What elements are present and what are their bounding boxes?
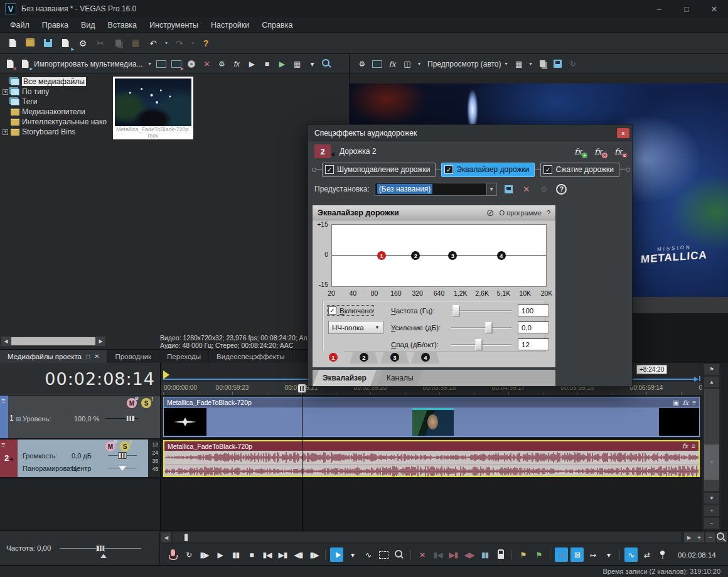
zoom-out-time-icon[interactable]: − — [705, 532, 715, 542]
redo-dropdown-icon[interactable]: ▾ — [189, 35, 196, 51]
marker-tool-icon[interactable]: ⚑ — [704, 364, 719, 375]
slip-tool-icon[interactable]: ⇄ — [640, 547, 653, 562]
band-type-combobox[interactable]: НЧ-полка ▼ — [328, 321, 383, 334]
playhead-marker[interactable] — [297, 384, 306, 393]
paste-icon[interactable] — [127, 35, 144, 51]
freq-input[interactable] — [518, 305, 549, 316]
track2-solo-button[interactable]: S — [120, 441, 130, 451]
fx-enabled-checkbox[interactable] — [325, 165, 334, 174]
plugin-automation-icon[interactable]: ⚙ — [538, 183, 550, 195]
tool-dropdown-icon[interactable]: ▾ — [346, 547, 359, 562]
fx-chain-plugin-button[interactable]: Сжатие дорожки — [540, 163, 619, 177]
tree-item[interactable]: + По типу — [0, 87, 112, 97]
render-as-icon[interactable] — [57, 35, 73, 51]
track2-pan-slider[interactable] — [108, 465, 137, 472]
zoom-in-vertical-icon[interactable]: + — [704, 505, 719, 516]
go-to-end-icon[interactable]: ▶▮ — [276, 547, 289, 562]
plugin-bypass-icon[interactable]: ⊘ — [486, 207, 495, 218]
copy-icon[interactable] — [110, 35, 126, 51]
track-grip-icon[interactable]: ≡ — [1, 441, 5, 448]
transport-button[interactable] — [511, 550, 512, 560]
gain-slider[interactable] — [451, 321, 511, 334]
freq-slider[interactable] — [451, 305, 511, 317]
video-output-fx-icon[interactable]: fx — [385, 57, 399, 71]
minimize-button[interactable]: – — [645, 0, 673, 18]
event-menu-icon[interactable]: ≡ — [692, 443, 695, 450]
eq-band-point[interactable]: 4 — [497, 251, 506, 260]
import-dropdown-icon[interactable]: ▾ — [146, 57, 153, 71]
scroll-up-icon[interactable]: ▲ — [704, 377, 719, 387]
split-screen-icon[interactable]: ◫ — [400, 57, 414, 71]
track-grip-icon[interactable]: ≡ — [1, 397, 5, 404]
go-to-start-icon[interactable]: ▮◀ — [260, 547, 274, 562]
insert-marker-icon[interactable]: ⚑ — [517, 547, 530, 562]
close-button[interactable]: ✕ — [700, 0, 728, 18]
views-icon[interactable]: ▦ — [290, 57, 304, 71]
transport-button[interactable] — [550, 550, 550, 560]
track1-level-slider[interactable] — [105, 415, 138, 423]
tree-item[interactable]: + Медианакопители — [0, 107, 112, 117]
trim-end-icon[interactable]: ▶▮ — [447, 547, 460, 562]
scrub-thumb[interactable] — [97, 545, 105, 552]
scrub-slider[interactable] — [60, 545, 141, 553]
new-project-icon[interactable] — [4, 35, 21, 51]
delete-icon[interactable]: ✕ — [415, 547, 429, 562]
eq-band-point[interactable]: 3 — [448, 251, 457, 260]
gain-input[interactable] — [518, 321, 549, 333]
start-preview-icon[interactable]: ▶ — [245, 57, 259, 71]
save-project-icon[interactable] — [40, 35, 56, 51]
tree-item[interactable]: + Теги — [0, 97, 112, 107]
track2-volume-thumb[interactable] — [119, 452, 127, 459]
band-tab[interactable]: 3 — [380, 351, 409, 364]
fx-chain-plugin-button[interactable]: Шумоподавление дорожки — [322, 163, 436, 177]
dialog-close-button[interactable]: x — [617, 128, 629, 138]
bypass-fx-icon[interactable]: fx⊘ — [614, 147, 626, 156]
event-fx-icon[interactable]: fx — [683, 399, 688, 406]
preset-dropdown-icon[interactable]: ▼ — [486, 183, 496, 195]
band-tab[interactable]: 2 — [350, 351, 378, 364]
transport-button[interactable] — [325, 550, 326, 560]
trim-start-icon[interactable]: ▮◀ — [431, 547, 444, 562]
tree-item[interactable]: + Интеллектуальные нако — [0, 117, 112, 127]
track2-mute-button[interactable]: M — [105, 441, 115, 451]
cut-icon[interactable]: ✂ — [92, 35, 109, 51]
media-properties-icon[interactable]: ⚙ — [215, 57, 228, 71]
track2-color-strip[interactable]: ≡ 2 — [0, 439, 18, 477]
menu-item[interactable]: Настройки — [205, 21, 255, 30]
eq-band-point[interactable]: 2 — [411, 251, 420, 260]
track1-solo-button[interactable]: S — [141, 398, 151, 408]
loop-region-start-icon[interactable] — [163, 370, 169, 379]
band-tab[interactable]: 4 — [411, 351, 440, 364]
hscroll-track[interactable] — [173, 532, 681, 542]
loop-playback-icon[interactable]: ↻ — [182, 547, 195, 562]
scrollbar-thumb[interactable] — [11, 337, 95, 345]
plugin-help-link[interactable]: ? — [547, 209, 550, 217]
audio-track-header[interactable]: ≡ 2 M S Громкость: 0,0 дБ Панорамировать… — [0, 439, 160, 478]
band-enabled-checkbox[interactable] — [328, 306, 336, 315]
maximize-button[interactable]: □ — [673, 0, 700, 18]
event-menu-icon[interactable]: ≡ — [692, 399, 696, 406]
import-media-button[interactable]: Импортировать мультимедиа... — [34, 60, 142, 68]
lock-event-icon[interactable] — [494, 547, 507, 562]
add-fx-icon[interactable]: fx+ — [574, 147, 586, 156]
transport-button[interactable] — [619, 550, 620, 560]
zoom-out-vertical-icon[interactable]: − — [704, 518, 719, 529]
scroll-right-icon[interactable]: ▶ — [96, 337, 105, 346]
play-from-start-icon[interactable]: ▮▶ — [198, 547, 211, 562]
zoom-in-time-icon[interactable]: + — [694, 532, 704, 542]
project-properties-icon[interactable]: ⚙ — [75, 35, 91, 51]
track2-volume-slider[interactable] — [108, 452, 137, 460]
save-preset-icon[interactable] — [503, 183, 515, 195]
capture-video-icon[interactable] — [154, 57, 168, 71]
fx-enabled-checkbox[interactable] — [543, 165, 552, 174]
pause-icon[interactable]: ▮▮ — [229, 547, 242, 562]
get-from-device-icon[interactable] — [169, 57, 183, 71]
vscroll-thumb[interactable]: ≡ — [704, 445, 719, 480]
overlays-dropdown-icon[interactable]: ▾ — [527, 57, 535, 71]
timecode-display[interactable]: 00:02:08:14 — [0, 363, 160, 396]
scroll-down-icon[interactable]: ▼ — [704, 493, 719, 504]
trim-adjacent-icon[interactable]: ◀▶ — [463, 547, 476, 562]
views-dropdown-icon[interactable]: ▾ — [305, 57, 319, 71]
rolloff-slider-thumb[interactable] — [476, 339, 483, 350]
playhead-line[interactable] — [302, 383, 302, 531]
